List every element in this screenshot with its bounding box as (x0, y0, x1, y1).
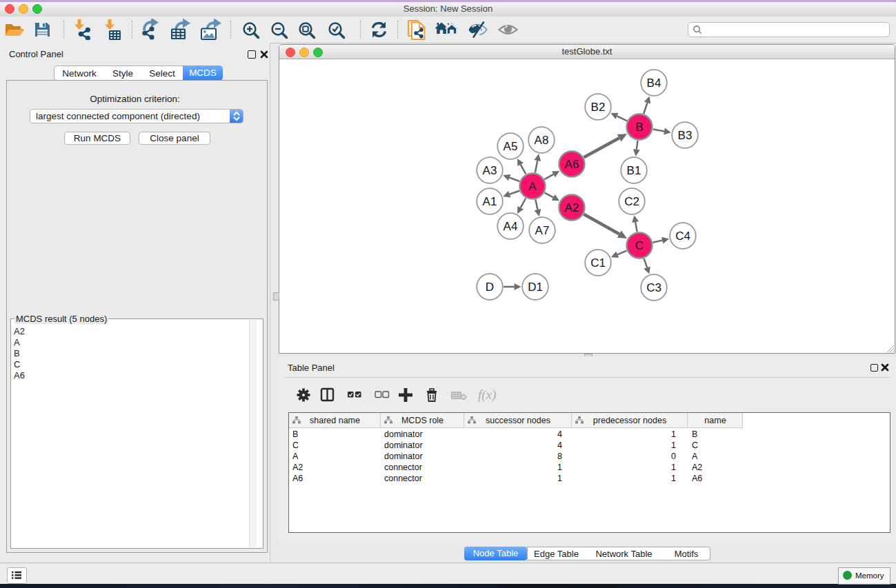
svg-text:B1: B1 (627, 164, 641, 177)
svg-text:C1: C1 (590, 256, 606, 270)
svg-text:A6: A6 (565, 158, 579, 171)
svg-text:A1: A1 (483, 195, 497, 208)
svg-text:A4: A4 (504, 220, 518, 233)
svg-text:B2: B2 (591, 101, 606, 114)
svg-text:C4: C4 (675, 230, 690, 243)
svg-text:A3: A3 (483, 164, 497, 177)
svg-text:D: D (486, 281, 494, 294)
svg-text:A2: A2 (565, 201, 579, 214)
svg-text:A7: A7 (535, 224, 550, 237)
svg-text:A8: A8 (535, 134, 549, 147)
svg-text:B4: B4 (647, 77, 661, 90)
svg-text:A5: A5 (504, 140, 518, 153)
svg-text:C: C (635, 239, 644, 252)
svg-text:C2: C2 (624, 195, 639, 208)
svg-text:B3: B3 (678, 129, 693, 142)
svg-text:D1: D1 (528, 281, 543, 294)
svg-text:B: B (635, 121, 643, 134)
svg-text:C3: C3 (646, 281, 661, 294)
svg-text:A: A (528, 180, 537, 193)
